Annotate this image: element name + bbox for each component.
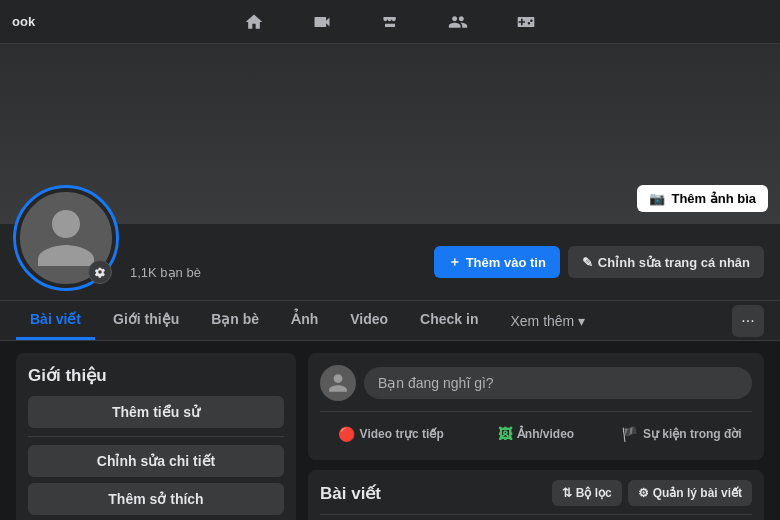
home-icon[interactable] (236, 4, 272, 40)
event-icon: 🏴 (621, 426, 638, 442)
camera-icon: 📷 (649, 191, 665, 206)
intro-title: Giới thiệu (28, 365, 284, 386)
posts-section: Bài viết ⇅ Bộ lọc ⚙ Quản lý bài viết ≡ X… (308, 470, 764, 520)
store-icon[interactable] (372, 4, 408, 40)
life-event-button[interactable]: 🏴 Sự kiện trong đời (611, 420, 752, 448)
list-view-tab[interactable]: ≡ Xem theo danh sách (320, 515, 536, 520)
video-icon[interactable] (304, 4, 340, 40)
tab-checkin[interactable]: Check in (406, 301, 492, 340)
live-icon: 🔴 (338, 426, 355, 442)
grid-view-tab[interactable]: ⊞ Chế độ xem lưới (536, 515, 752, 520)
edit-details-button[interactable]: Chỉnh sửa chi tiết (28, 445, 284, 477)
chevron-down-icon: ▾ (578, 313, 585, 329)
main-content: Giới thiệu Thêm tiểu sử Chỉnh sửa chi ti… (0, 341, 780, 520)
profile-name-area: 1,1K bạn bè (130, 263, 201, 288)
post-input-row: Bạn đang nghĩ gì? (320, 365, 752, 401)
cover-photo: 📷 Thêm ảnh bìa (0, 44, 780, 224)
intro-divider (28, 436, 284, 437)
post-input[interactable]: Bạn đang nghĩ gì? (364, 367, 752, 399)
tab-friends[interactable]: Bạn bè (197, 301, 273, 340)
gaming-icon[interactable] (508, 4, 544, 40)
tab-photos[interactable]: Ảnh (277, 301, 332, 340)
post-box: Bạn đang nghĩ gì? 🔴 Video trực tiếp 🖼 Ản… (308, 353, 764, 460)
add-cover-button[interactable]: 📷 Thêm ảnh bìa (637, 185, 768, 212)
plus-icon: ＋ (448, 253, 461, 271)
photo-icon: 🖼 (498, 426, 512, 442)
photo-video-button[interactable]: 🖼 Ảnh/video (465, 420, 606, 448)
tab-more[interactable]: Xem thêm ▾ (496, 303, 599, 339)
filter-button[interactable]: ⇅ Bộ lọc (552, 480, 622, 506)
filter-icon: ⇅ (562, 486, 572, 500)
pencil-icon: ✎ (582, 255, 593, 270)
live-video-button[interactable]: 🔴 Video trực tiếp (320, 420, 461, 448)
people-icon[interactable] (440, 4, 476, 40)
profile-actions: ＋ Thêm vào tin ✎ Chỉnh sửa trang cá nhân (434, 246, 764, 288)
settings-icon: ⚙ (638, 486, 649, 500)
post-avatar (320, 365, 356, 401)
change-avatar-button[interactable] (88, 260, 112, 284)
tab-videos[interactable]: Video (336, 301, 402, 340)
tab-posts[interactable]: Bài viết (16, 301, 95, 340)
post-divider (320, 411, 752, 412)
nav-icons (236, 4, 544, 40)
tab-about[interactable]: Giới thiệu (99, 301, 193, 340)
more-options-button[interactable]: ··· (732, 305, 764, 337)
top-nav: ook (0, 0, 780, 44)
edit-profile-button[interactable]: ✎ Chỉnh sửa trang cá nhân (568, 246, 764, 278)
profile-section: 1,1K bạn bè ＋ Thêm vào tin ✎ Chỉnh sửa t… (0, 224, 780, 301)
right-panel: Bạn đang nghĩ gì? 🔴 Video trực tiếp 🖼 Ản… (308, 353, 764, 520)
friends-count: 1,1K bạn bè (130, 265, 201, 280)
posts-title: Bài viết (320, 483, 381, 504)
app-logo: ook (12, 14, 35, 29)
left-panel: Giới thiệu Thêm tiểu sử Chỉnh sửa chi ti… (16, 353, 296, 520)
posts-view-tabs: ≡ Xem theo danh sách ⊞ Chế độ xem lưới (320, 514, 752, 520)
intro-card: Giới thiệu Thêm tiểu sử Chỉnh sửa chi ti… (16, 353, 296, 520)
profile-left: 1,1K bạn bè (16, 224, 201, 288)
posts-header-top: Bài viết ⇅ Bộ lọc ⚙ Quản lý bài viết (320, 480, 752, 506)
post-actions-row: 🔴 Video trực tiếp 🖼 Ảnh/video 🏴 Sự kiện … (320, 420, 752, 448)
add-bio-button[interactable]: Thêm tiểu sử (28, 396, 284, 428)
profile-tabs: Bài viết Giới thiệu Bạn bè Ảnh Video Che… (0, 301, 780, 341)
add-to-story-button[interactable]: ＋ Thêm vào tin (434, 246, 560, 278)
add-hobby-button[interactable]: Thêm sở thích (28, 483, 284, 515)
posts-header-buttons: ⇅ Bộ lọc ⚙ Quản lý bài viết (552, 480, 752, 506)
avatar-wrapper (16, 188, 116, 288)
manage-posts-button[interactable]: ⚙ Quản lý bài viết (628, 480, 752, 506)
